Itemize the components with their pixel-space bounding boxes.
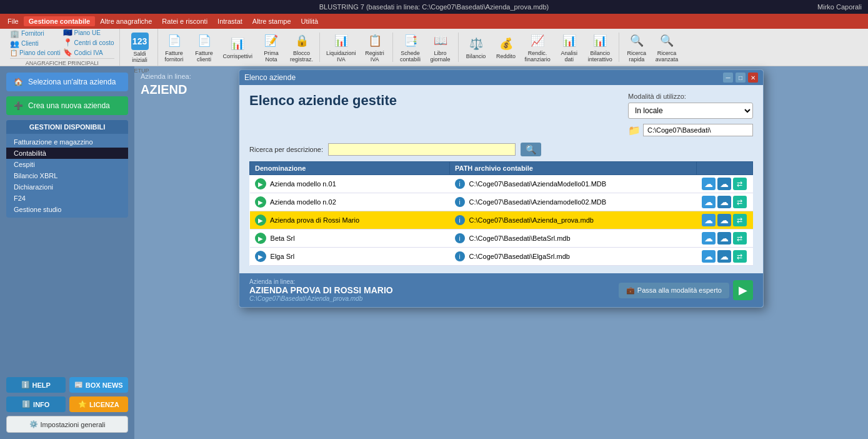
company-path: C:\Coge07\Basedati\AziendaModello01.MDB (469, 180, 607, 188)
company-name-cell: ▶ Beta Srl (250, 230, 450, 248)
modal-close-button[interactable]: ✕ (748, 73, 758, 83)
cloud-download-button[interactable]: ☁ (717, 250, 731, 263)
menu-altre-stampe[interactable]: Altre stampe (247, 16, 296, 26)
btn-bilancio[interactable]: ⚖️ Bilancio (462, 34, 490, 61)
company-actions-cell: ☁ ☁ ⇄ (697, 248, 753, 266)
btn-rendic-finanziario[interactable]: 📈 Rendic.finanziario (522, 31, 553, 64)
gestioni-item-contabilita[interactable]: Contabilità (6, 148, 128, 159)
cloud-download-button[interactable]: ☁ (717, 214, 731, 226)
modal-minimize-button[interactable]: ─ (723, 73, 733, 83)
select-azienda-button[interactable]: 🏠 Seleziona un'altra azienda (6, 73, 128, 91)
cloud-upload-button[interactable]: ☁ (702, 250, 716, 263)
cloud-upload-button[interactable]: ☁ (702, 178, 716, 190)
create-azienda-button[interactable]: ➕ Crea una nuova azienda (6, 96, 128, 115)
content-area: Azienda in linea: AZIEND Elenco aziende … (134, 66, 868, 439)
company-name: Azienda modello n.01 (270, 180, 336, 188)
help-button[interactable]: ℹ️ HELP (6, 377, 66, 393)
menu-file[interactable]: File (2, 16, 24, 26)
btn-enter[interactable]: ▶ (733, 280, 753, 300)
impostazioni-icon: ⚙️ (29, 420, 38, 428)
licenza-button[interactable]: ⭐ LICENZA (69, 396, 129, 412)
path-input[interactable] (643, 124, 753, 136)
cloud-upload-button[interactable]: ☁ (702, 196, 716, 208)
btn-libro-giornale[interactable]: 📖 Librogiornale (427, 31, 454, 64)
table-row[interactable]: ▶ Azienda modello n.02 i C:\Coge07\Based… (250, 193, 753, 211)
table-row[interactable]: ▶ Azienda prova di Rossi Mario i C:\Coge… (250, 211, 753, 230)
cloud-sync-button[interactable]: ⇄ (733, 232, 747, 245)
link-codici-iva[interactable]: 🔖 Codici IVA (63, 48, 114, 57)
row-indicator-icon: ▶ (255, 178, 266, 189)
modalita-select[interactable]: In locale In rete (628, 103, 753, 119)
btn-reddito[interactable]: 💰 Reddito (492, 34, 520, 61)
btn-analisi-dati[interactable]: 📊 Analisidati (556, 31, 583, 64)
modal-footer: Azienda in linea: AZIENDA PROVA DI ROSSI… (239, 273, 763, 307)
footer-label: Azienda in linea: (249, 278, 393, 285)
search-button[interactable]: 🔍 (521, 143, 541, 156)
gestioni-section: GESTIONI DISPONIBILI Fatturazione e maga… (6, 120, 128, 218)
gestioni-item-fatturazione[interactable]: Fatturazione e magazzino (6, 136, 128, 148)
setup-group: 123 Saldiiniziali SETUP (122, 29, 158, 66)
link-piano-ue[interactable]: 🇪🇺 Piano UE (63, 28, 114, 37)
cloud-sync-button[interactable]: ⇄ (733, 178, 747, 190)
btn-bilancio-interattivo[interactable]: 📊 Bilanciointerattivo (586, 31, 615, 64)
btn-saldi-iniziali[interactable]: 123 Saldiiniziali (126, 31, 154, 65)
boxnews-icon: 📰 (74, 381, 83, 389)
cloud-sync-button[interactable]: ⇄ (733, 214, 747, 226)
cloud-download-button[interactable]: ☁ (717, 196, 731, 208)
btn-registri-iva[interactable]: 📋 RegistriIVA (361, 31, 389, 64)
menu-gestione-contabile[interactable]: Gestione contabile (24, 16, 95, 26)
modal-maximize-button[interactable]: □ (736, 73, 746, 83)
cloud-icons: ☁ ☁ ⇄ (702, 178, 748, 190)
gestioni-item-dichiarazioni[interactable]: Dichiarazioni (6, 181, 128, 193)
company-actions-cell: ☁ ☁ ⇄ (697, 211, 753, 230)
cloud-sync-button[interactable]: ⇄ (733, 196, 747, 208)
table-row[interactable]: ▶ Beta Srl i C:\Coge07\Basedati\BetaSrl.… (250, 230, 753, 248)
gestioni-item-cespiti[interactable]: Cespiti (6, 159, 128, 170)
user-name: Mirko Caporali (817, 3, 862, 11)
row-indicator-icon: ▶ (255, 214, 266, 226)
btn-blocco-registraz[interactable]: 🔒 Bloccoregistraz. (287, 31, 316, 64)
btn-corrispettivi[interactable]: 📊 Corrispettivi (221, 34, 256, 61)
gestioni-item-gestione-studio[interactable]: Gestione studio (6, 204, 128, 215)
table-row[interactable]: ▶ Azienda modello n.01 i C:\Coge07\Based… (250, 175, 753, 193)
search-input[interactable] (328, 143, 516, 156)
link-centri-costo[interactable]: 📍 Centri di costo (63, 38, 114, 47)
cloud-sync-button[interactable]: ⇄ (733, 250, 747, 263)
info-button[interactable]: ℹ️ INFO (6, 396, 66, 412)
company-name-cell: ▶ Azienda modello n.01 (250, 175, 450, 193)
btn-fatture-clienti[interactable]: 📄 Fattureclienti (191, 31, 218, 64)
modal-overlay: Elenco aziende ─ □ ✕ Elenco aziende gest… (134, 66, 868, 439)
company-path: C:\Coge07\Basedati\Azienda_prova.mdb (469, 216, 594, 224)
btn-ricerca-avanzata[interactable]: 🔍 Ricercaavanzata (653, 31, 681, 64)
menu-ratei-risconti[interactable]: Ratei e risconti (157, 16, 212, 26)
link-piano-conti[interactable]: 📋 Piano dei conti (10, 49, 61, 56)
menu-altre-anagrafiche[interactable]: Altre anagrafiche (95, 16, 157, 26)
cloud-upload-button[interactable]: ☁ (702, 232, 716, 245)
modal-header-row: Elenco aziende gestite Modalità di utili… (249, 93, 753, 136)
btn-ricerca-rapida[interactable]: 🔍 Ricercarapida (623, 31, 651, 64)
btn-modalita-esperto[interactable]: 💼 Passa alla modalità esperto (619, 283, 729, 298)
link-clienti[interactable]: 👥 Clienti (10, 39, 61, 48)
gestioni-item-bilancio-xbrl[interactable]: Bilancio XBRL (6, 170, 128, 181)
cloud-icons: ☁ ☁ ⇄ (702, 250, 748, 263)
cloud-download-button[interactable]: ☁ (717, 232, 731, 245)
modalita-label: Modalità di utilizzo: (628, 93, 753, 100)
modal-controls: ─ □ ✕ (723, 73, 758, 83)
btn-schede-contabili[interactable]: 📑 Schedecontabili (397, 31, 424, 64)
link-fornitori[interactable]: 🏢 Fornitori (10, 29, 61, 38)
cloud-download-button[interactable]: ☁ (717, 178, 731, 190)
company-name-cell: ▶ Azienda modello n.02 (250, 193, 450, 211)
impostazioni-button[interactable]: ⚙️ Impostazioni generali (6, 416, 128, 433)
cloud-upload-button[interactable]: ☁ (702, 214, 716, 226)
btn-liquidazioni-iva[interactable]: 📊 LiquidazioniIVA (324, 31, 359, 64)
gestioni-item-f24[interactable]: F24 (6, 193, 128, 204)
btn-fatture-fornitori[interactable]: 📄 Fatturefornitori (161, 31, 188, 64)
table-row[interactable]: ▶ Elga Srl i C:\Coge07\Basedati\ElgaSrl.… (250, 248, 753, 266)
menu-utilita[interactable]: Utilità (296, 16, 324, 26)
menu-intrastat[interactable]: Intrastat (212, 16, 247, 26)
boxnews-button[interactable]: 📰 BOX NEWS (69, 377, 129, 393)
company-path: C:\Coge07\Basedati\BetaSrl.mdb (469, 235, 571, 242)
help-icon: ℹ️ (21, 381, 30, 389)
cloud-icons: ☁ ☁ ⇄ (702, 214, 748, 226)
btn-prima-nota[interactable]: 📝 PrimaNota (257, 31, 285, 64)
